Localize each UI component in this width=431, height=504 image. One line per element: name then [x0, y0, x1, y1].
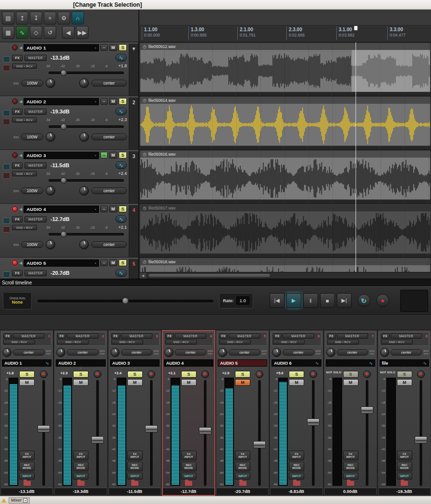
- master-send-button[interactable]: MASTER: [175, 333, 206, 339]
- peak-value[interactable]: +2.4: [110, 370, 126, 377]
- media-item-header[interactable]: ◷ file050916.wav: [140, 151, 430, 158]
- record-arm-button[interactable]: [12, 98, 18, 104]
- timeline-ruler[interactable]: 1.1.00 0:00.000 1.3.00 0:00.895 2.1.00 0…: [139, 25, 431, 42]
- mute-button[interactable]: M: [235, 379, 250, 386]
- ripple-edit-button[interactable]: ↺: [44, 26, 56, 39]
- input-button[interactable]: INPUT: [343, 473, 358, 479]
- fx-button[interactable]: FX: [12, 55, 23, 61]
- send-receive-button[interactable]: SND • RCV: [273, 340, 305, 344]
- folder-icon[interactable]: [24, 481, 31, 486]
- input-button[interactable]: INPUT: [181, 473, 197, 479]
- width-button[interactable]: 100W: [21, 134, 43, 140]
- routing-button[interactable]: ∿: [115, 108, 127, 115]
- master-send-button[interactable]: MASTER: [25, 55, 47, 61]
- pan-knob[interactable]: [79, 240, 89, 249]
- arrange-track-lane[interactable]: ◷ file050916.wav: [139, 150, 431, 204]
- master-send-button[interactable]: MASTER: [337, 333, 368, 339]
- send-receive-button[interactable]: SND • RCV: [3, 340, 35, 344]
- snap-magnet-button[interactable]: ∩: [72, 12, 84, 25]
- peak-value[interactable]: +1.8: [2, 370, 18, 377]
- volume-readout[interactable]: -20.7dB: [217, 488, 268, 495]
- arrange-track-lane[interactable]: ◷ file050917.wav: [139, 204, 431, 258]
- send-receive-button[interactable]: SND • RCV: [57, 340, 89, 344]
- rec-mode-button[interactable]: REC MODE: [289, 462, 304, 471]
- mute-button[interactable]: M: [181, 379, 197, 386]
- solo-button[interactable]: S: [19, 371, 35, 378]
- fader-handle[interactable]: [61, 231, 67, 237]
- pan-knob[interactable]: [79, 78, 89, 88]
- media-item-header[interactable]: ◷ file050917.wav: [140, 205, 430, 211]
- routing-button[interactable]: ∿: [115, 215, 127, 223]
- strip-name-bar[interactable]: AUDIO 6 ∿: [271, 359, 321, 367]
- media-item-header[interactable]: ◷ file050918.wav: [140, 258, 430, 265]
- track-volume-value[interactable]: -20.7dB: [50, 270, 70, 276]
- width-knob[interactable]: [46, 240, 55, 249]
- volume-fader[interactable]: [197, 380, 213, 486]
- solo-button[interactable]: S: [289, 371, 304, 378]
- fx-button[interactable]: FX: [327, 333, 336, 339]
- solo-button[interactable]: S: [343, 371, 358, 378]
- pan-center-button[interactable]: center: [283, 349, 314, 356]
- pan-center-button[interactable]: center: [229, 349, 260, 356]
- mute-button[interactable]: M: [19, 379, 35, 386]
- solo-button[interactable]: S: [73, 371, 88, 378]
- solo-button[interactable]: S: [235, 371, 250, 378]
- volume-fader[interactable]: [49, 231, 124, 237]
- fx-input-button[interactable]: FX INPUT: [343, 451, 358, 460]
- fx-button[interactable]: FX: [273, 333, 282, 339]
- solo-button[interactable]: S: [181, 371, 197, 378]
- folder-icon[interactable]: [293, 481, 300, 486]
- strip-name-bar[interactable]: AUDIO 3 ∿: [110, 359, 160, 367]
- fx-button[interactable]: FX: [219, 333, 228, 339]
- track-volume-value[interactable]: -11.5dB: [50, 162, 69, 168]
- media-item-header[interactable]: ◷ file050914.wav: [140, 97, 430, 104]
- master-send-button[interactable]: MASTER: [25, 216, 47, 222]
- strip-name-bar[interactable]: AUDIO 4 ∿: [164, 359, 213, 367]
- global-automation-button[interactable]: Global Auto None: [3, 292, 32, 309]
- volume-readout[interactable]: 0.00dB: [325, 488, 376, 495]
- strip-name-bar[interactable]: file ∿: [380, 359, 429, 367]
- routing-button[interactable]: ∿: [115, 54, 127, 61]
- folder-icon[interactable]: [401, 481, 408, 486]
- send-receive-button[interactable]: SND • RCV: [12, 117, 37, 123]
- import-media-button[interactable]: ↥: [16, 12, 28, 25]
- fader-handle[interactable]: [61, 177, 67, 184]
- track-volume-value[interactable]: -12.7dB: [50, 216, 70, 222]
- mute-button[interactable]: M: [109, 152, 117, 159]
- track-panel[interactable]: ◀ AUDIO 4 ▪ – M S FX MASTER -12.7dB ∿ SN…: [0, 204, 138, 258]
- pan-center-button[interactable]: center: [91, 134, 127, 140]
- fx-button[interactable]: FX: [3, 333, 12, 339]
- send-receive-button[interactable]: SND • RCV: [381, 340, 413, 344]
- folder-icon[interactable]: [347, 481, 354, 486]
- input-button[interactable]: INPUT: [397, 473, 412, 479]
- mixer-strip[interactable]: FX MASTER 3 SND • RCV center auto trim A…: [108, 330, 161, 496]
- fx-envelope-button[interactable]: [3, 65, 10, 71]
- fader-handle[interactable]: [415, 436, 427, 443]
- routing-button[interactable]: ∿: [115, 161, 127, 169]
- pan-center-button[interactable]: center: [337, 349, 369, 356]
- pan-knob[interactable]: [56, 348, 65, 357]
- send-receive-button[interactable]: SND • RCV: [12, 63, 37, 69]
- track-volume-value[interactable]: -19.3dB: [50, 109, 70, 114]
- rec-mode-button[interactable]: REC MODE: [343, 462, 358, 471]
- strip-name-bar[interactable]: AUDIO 2 ∿: [56, 359, 105, 367]
- trim-envelope-button[interactable]: [3, 271, 10, 278]
- master-send-button[interactable]: MASTER: [25, 270, 47, 276]
- prev-marker-button[interactable]: ◀: [62, 26, 74, 39]
- record-arm-button[interactable]: [256, 370, 263, 378]
- volume-fader[interactable]: [49, 177, 124, 184]
- repeat-button[interactable]: ↻: [357, 294, 370, 307]
- volume-readout[interactable]: -12.7dB: [163, 488, 214, 495]
- timeline-marker[interactable]: 1.1.00 0:00.000: [142, 26, 160, 40]
- peak-value[interactable]: +5.0: [271, 370, 288, 377]
- strip-name-bar[interactable]: ∿: [326, 359, 375, 367]
- pan-knob[interactable]: [218, 348, 227, 357]
- volume-fader[interactable]: [305, 380, 321, 486]
- routing-button[interactable]: ∿: [115, 269, 127, 277]
- volume-fader[interactable]: [413, 380, 429, 486]
- track-pan-value[interactable]: +2.4: [114, 171, 127, 176]
- master-send-button[interactable]: MASTER: [229, 333, 260, 339]
- solo-button[interactable]: S: [127, 371, 143, 378]
- phase-button[interactable]: –: [100, 152, 108, 159]
- pan-knob[interactable]: [164, 348, 173, 357]
